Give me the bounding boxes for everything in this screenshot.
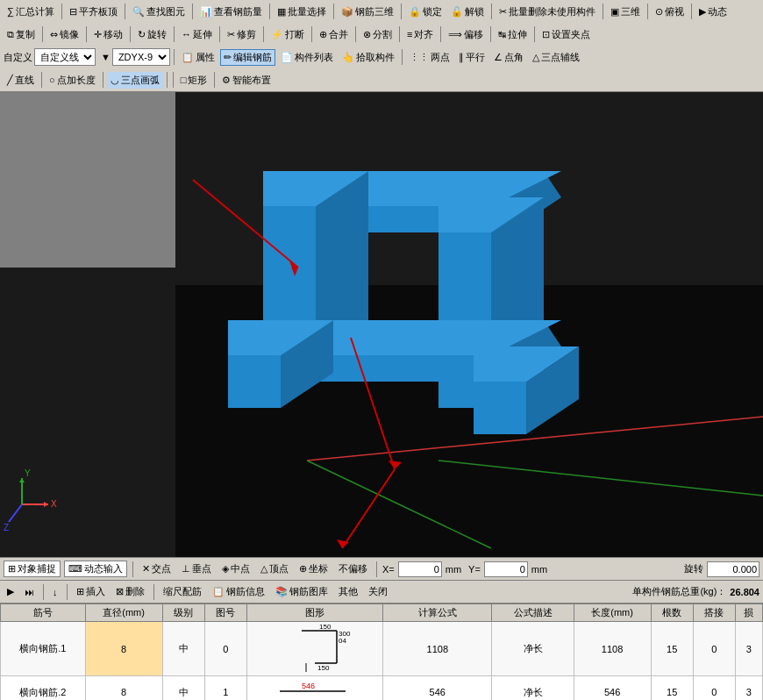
cell-shapenum: 0	[204, 622, 246, 676]
btn-close[interactable]: 关闭	[365, 584, 391, 599]
midpoint-btn[interactable]: ◈ 中点	[218, 561, 253, 576]
cell-length: 1108	[574, 622, 651, 676]
btn-flat-board[interactable]: ⊟ 平齐板顶	[66, 4, 121, 20]
sep	[67, 584, 68, 600]
parallel-icon: ∥	[459, 52, 464, 63]
vertex-icon: ⊡	[542, 29, 550, 40]
flat-icon: ⊟	[69, 6, 77, 18]
cell-desc: 净长	[492, 676, 574, 701]
cell-lap: 0	[693, 622, 735, 676]
btn-parallel[interactable]: ∥ 平行	[455, 49, 488, 66]
cell-shape: 546	[246, 676, 382, 701]
viewport-3d[interactable]: X Y Z	[0, 92, 763, 557]
btn-two-point[interactable]: ⋮⋮ 两点	[406, 49, 453, 66]
btn-batch-delete[interactable]: ✂ 批量删除未使用构件	[496, 4, 599, 20]
cell-formula: 1108	[383, 622, 492, 676]
btn-delete[interactable]: ⊠ 删除	[112, 584, 148, 599]
btn-unlock[interactable]: 🔓 解锁	[447, 4, 488, 20]
btn-3d[interactable]: ▣ 三维	[607, 4, 644, 20]
vertex-icon: △	[260, 563, 267, 575]
btn-sum-calc[interactable]: ∑ 汇总计算	[4, 4, 58, 20]
sep	[399, 26, 400, 42]
cell-loss: 3	[735, 676, 762, 701]
btn-scale-fit[interactable]: 缩尺配筋	[160, 584, 205, 599]
btn-batch-select[interactable]: ▦ 批量选择	[274, 4, 330, 20]
btn-split[interactable]: ⊗ 分割	[360, 26, 396, 43]
btn-component-list[interactable]: 📄 构件列表	[277, 49, 337, 66]
table-row[interactable]: 横向钢筋.2 8 中 1 546 546 净长 546 15 0 3	[1, 676, 763, 701]
btn-stretch[interactable]: ↹ 拉伸	[495, 26, 531, 43]
btn-set-vertex[interactable]: ⊡ 设置夹点	[538, 26, 594, 43]
btn-three-arc[interactable]: ◡ 三点画弧	[107, 72, 163, 89]
sep	[43, 584, 44, 600]
btn-cut[interactable]: ⚡ 打断	[267, 26, 308, 43]
custom-select[interactable]: 自定义线	[34, 48, 96, 66]
btn-rotate[interactable]: ↻ 旋转	[134, 26, 170, 43]
no-offset-btn[interactable]: 不偏移	[335, 561, 371, 576]
x-input[interactable]	[398, 561, 442, 577]
sep	[691, 4, 692, 19]
btn-steel-3d[interactable]: 📦 钢筋三维	[338, 4, 397, 20]
intersect-btn[interactable]: ✕ 交点	[139, 561, 175, 576]
table-row[interactable]: 横向钢筋.1 8 中 0 300 04 150	[1, 622, 763, 676]
rotate-label: 旋转	[684, 562, 703, 575]
coordinate-btn[interactable]: ⊕ 坐标	[296, 561, 332, 576]
btn-insert[interactable]: ⊞ 插入	[73, 584, 109, 599]
btn-trim[interactable]: ✂ 修剪	[224, 26, 260, 43]
svg-text:Z: Z	[4, 523, 9, 532]
col-header-lap: 搭接	[693, 604, 735, 622]
btn-add-length[interactable]: ○ 点加长度	[46, 72, 99, 89]
dynamic-input-btn[interactable]: ⌨ 动态输入	[64, 561, 127, 577]
btn-steel-lib[interactable]: 📚 钢筋图库	[272, 584, 332, 599]
shape-svg-2: 546	[275, 678, 354, 700]
zdyx-select[interactable]: ZDYX-9	[112, 48, 170, 66]
rotate-input[interactable]	[707, 561, 759, 577]
sep	[355, 26, 356, 42]
btn-rectangle[interactable]: □ 矩形	[177, 72, 211, 89]
btn-other[interactable]: 其他	[335, 584, 361, 599]
btn-find-graph[interactable]: 🔍 查找图元	[129, 4, 189, 20]
btn-copy[interactable]: ⧉ 复制	[4, 26, 39, 43]
delete-icon: ⊠	[116, 586, 124, 597]
btn-lock[interactable]: 🔒 锁定	[405, 4, 446, 20]
sep	[192, 4, 193, 19]
btn-merge[interactable]: ⊕ 合并	[316, 26, 352, 43]
col-header-length: 长度(mm)	[574, 604, 651, 622]
btn-align[interactable]: ≡ 对齐	[403, 26, 437, 43]
obj-capture-btn[interactable]: ⊞ 对象捕捉	[4, 561, 61, 577]
perpendicular-btn[interactable]: ⊥ 垂点	[178, 561, 215, 576]
btn-view-steel[interactable]: 📊 查看钢筋量	[196, 4, 266, 20]
btn-next[interactable]: ⏭	[21, 586, 38, 598]
sep	[534, 26, 535, 42]
cell-count: 15	[651, 622, 693, 676]
cell-lap: 0	[693, 676, 735, 701]
svg-text:150: 150	[317, 664, 330, 672]
btn-edit-steel[interactable]: ✏ 编辑钢筋	[220, 49, 275, 66]
btn-extend[interactable]: ↔ 延伸	[178, 26, 216, 43]
steelLib-icon: 📚	[275, 586, 288, 597]
sum-icon: ∑	[7, 6, 14, 17]
prop-icon: 📋	[182, 52, 194, 63]
btn-play[interactable]: ▶	[4, 585, 18, 598]
btn-top-view[interactable]: ⊙ 俯视	[652, 4, 688, 20]
btn-dynamic[interactable]: ▶ 动态	[695, 4, 731, 20]
steel-table: 筋号 直径(mm) 级别 图号 图形 计算公式 公式描述 长度(mm) 根数 搭…	[0, 603, 763, 700]
y-input[interactable]	[484, 561, 528, 577]
sep	[440, 26, 441, 42]
vertex-btn[interactable]: △ 顶点	[257, 561, 292, 576]
btn-mirror[interactable]: ⇔ 镜像	[46, 26, 82, 43]
cell-diameter: 8	[85, 676, 162, 701]
dynamic-input-icon: ⌨	[68, 563, 82, 575]
btn-steel-info[interactable]: 📋 钢筋信息	[209, 584, 268, 599]
btn-offset[interactable]: ⟹ 偏移	[445, 26, 487, 43]
btn-straight-line[interactable]: ╱ 直线	[4, 72, 38, 89]
btn-three-point-assist[interactable]: △ 三点辅线	[529, 49, 583, 66]
cell-loss: 3	[735, 622, 762, 676]
btn-pick-component[interactable]: 👆 拾取构件	[339, 49, 398, 66]
btn-down[interactable]: ↓	[49, 586, 61, 598]
sep	[603, 4, 603, 19]
btn-properties[interactable]: 📋 属性	[178, 49, 218, 66]
btn-move[interactable]: ✛ 移动	[90, 26, 126, 43]
btn-smart-layout[interactable]: ⚙ 智能布置	[218, 72, 275, 89]
btn-corner[interactable]: ∠ 点角	[490, 49, 527, 66]
